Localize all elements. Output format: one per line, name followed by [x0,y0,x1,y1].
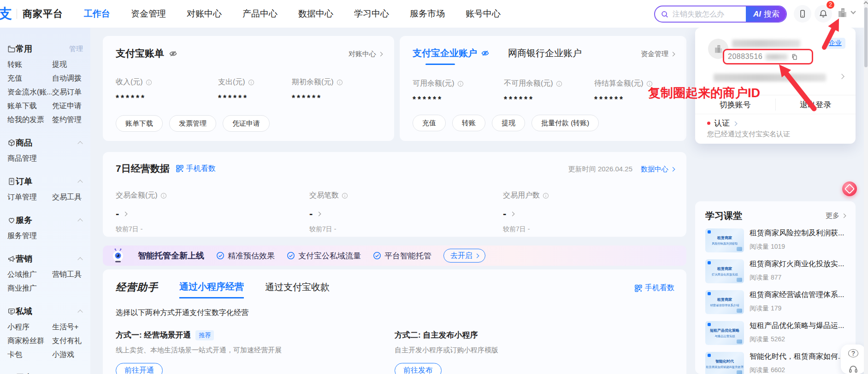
scroll-up-arrow-icon[interactable] [864,1,868,6]
sidebar-item[interactable]: 小游戏 [52,350,86,360]
sidebar-item[interactable]: 提现 [52,60,86,70]
chevron-up-icon[interactable] [77,180,83,185]
account-tab-1[interactable]: 网商银行企业账户 [508,47,582,59]
action-button[interactable]: 转账 [452,115,485,131]
nav-item-0[interactable]: 工作台 [84,8,110,20]
chevron-up-icon[interactable] [77,257,83,262]
learning-item-0[interactable]: 租赁商家风险控制及利润获取租赁商家风险控制及利润获...阅读量 1019 [705,228,845,252]
merchant-id-field[interactable]: 20883516 [723,49,813,64]
metric-value[interactable]: - [309,208,503,220]
action-button[interactable]: 提现 [492,115,525,131]
metric-value[interactable]: - [116,208,309,220]
scrollbar-thumb[interactable] [864,7,868,67]
info-icon[interactable] [457,81,464,87]
assistant-tab-0[interactable]: 通过小程序经营 [179,280,244,298]
sidebar-item[interactable]: 账单下载 [7,101,52,111]
search-input[interactable] [673,10,747,18]
option-go-button[interactable]: 前往开通 [116,363,163,374]
reconciliation-center-link[interactable]: 对账中心 [348,50,382,58]
course-info: 租赁商家经营诚信管理体系...阅读量 179 [750,290,844,314]
sidebar-item[interactable]: 卡包 [7,350,52,360]
sidebar-item[interactable]: 商业推广 [7,284,52,293]
sidebar-item[interactable]: 营销工具 [52,270,86,280]
fund-management-link[interactable]: 资金管理 [641,50,674,58]
copy-icon[interactable] [791,53,798,60]
assistant-phone-view-link[interactable]: 手机看数 [635,283,674,293]
learning-more-link[interactable]: 更多 [826,211,845,220]
help-question-icon[interactable]: ? [848,349,858,357]
assistant-tab-1[interactable]: 通过支付宝收款 [265,281,330,294]
action-button[interactable]: 账单下载 [116,115,163,132]
sidebar-item[interactable]: 充值 [7,74,52,83]
data-center-link[interactable]: 数据中心 [641,165,674,174]
learning-item-3[interactable]: 短租产品优化策略与爆品运营实战短租产品优化策略与爆品运...阅读量 5262 [705,321,845,345]
info-icon[interactable] [146,79,152,86]
banner-open-button[interactable]: 去开启 [443,249,485,263]
action-button[interactable]: 凭证申请 [223,115,270,132]
learning-item-2[interactable]: 租赁商家经营诚信管理体系介绍租赁商家经营诚信管理体系...阅读量 179 [705,290,845,314]
sidebar-item[interactable]: 公域推广 [7,270,52,280]
nav-item-2[interactable]: 对账中心 [187,8,222,20]
brand[interactable]: 支 商家平台 [2,0,63,28]
enterprise-badge[interactable]: 企业 [825,38,845,49]
action-button[interactable]: 充值 [413,115,446,131]
sidebar-item[interactable]: 交易订单 [52,88,86,97]
profile-action-1[interactable]: 退出登录 [776,95,856,114]
action-button[interactable]: 批量付款 (转账) [531,115,599,131]
customer-service-headset-icon[interactable] [848,364,858,374]
metric-value[interactable]: - [503,208,641,220]
eye-off-icon[interactable] [481,49,490,58]
info-icon[interactable] [556,81,562,87]
mobile-app-button[interactable] [794,5,811,23]
sidebar-item[interactable]: 商家粉丝群 [7,336,52,346]
info-icon[interactable] [160,193,167,199]
sidebar-item[interactable]: 商品管理 [7,154,52,164]
info-icon[interactable] [543,193,549,199]
metric-label-text: 收入(元) [116,77,143,87]
sidebar-item[interactable]: 订单管理 [7,193,52,202]
sidebar-item[interactable]: 小程序 [7,322,52,332]
sidebar-item[interactable]: 生活号+ [52,322,86,332]
sidebar-item[interactable]: 给我的发票 [7,115,52,125]
sidebar-item[interactable]: 资金流水(账... [7,88,52,97]
sidebar-item[interactable]: 交易工具 [52,193,86,202]
learning-item-1[interactable]: 租赁商家灯火商业化投放实战租赁商家灯火商业化投放实...阅读量 877 [705,259,845,283]
chevron-up-icon[interactable] [77,218,83,223]
info-icon[interactable] [248,79,254,86]
qr-code-icon [635,285,642,292]
nav-item-5[interactable]: 学习中心 [354,8,389,20]
chevron-up-icon[interactable] [77,310,83,315]
action-button[interactable]: 发票管理 [169,115,216,132]
account-avatar-button[interactable] [835,6,855,19]
sidebar-manage-link[interactable]: 管理 [69,45,83,53]
nav-item-1[interactable]: 资金管理 [131,8,166,20]
phone-view-link[interactable]: 手机看数 [176,164,216,174]
nav-item-7[interactable]: 账号中心 [466,8,501,20]
ai-search-button[interactable]: AI 搜索 [746,6,787,23]
page-scrollbar[interactable] [864,0,868,374]
certification-link[interactable]: 认证 [707,118,737,129]
info-icon[interactable] [342,193,348,199]
nav-item-4[interactable]: 数据中心 [298,8,333,20]
info-icon[interactable] [337,79,343,86]
search-bar[interactable]: AI 搜索 [654,6,787,23]
sidebar-item[interactable]: 签约管理 [52,115,86,125]
business-assistant-card: 经营助手 通过小程序经营通过支付宝收款 手机看数 选择以下两种方式开通支付宝数字… [103,269,686,374]
promo-float-icon[interactable] [842,181,857,196]
sidebar-item[interactable]: 自动调拨 [52,74,86,83]
sidebar-section-title: 订单 [16,176,32,187]
chevron-up-icon[interactable] [77,141,83,146]
sidebar-item[interactable]: 转账 [7,60,52,70]
sidebar-item[interactable]: 凭证申请 [52,101,86,111]
option-go-button[interactable]: 前往发布 [395,363,442,374]
account-tab-0[interactable]: 支付宝企业账户 [413,47,490,59]
nav-item-6[interactable]: 服务市场 [410,8,445,20]
learning-item-4[interactable]: 智能化时代租赁商家如何赋能AI提升效率智能化时代，租赁商家如何...阅读量 66… [705,352,845,374]
nav-item-3[interactable]: 产品中心 [242,8,278,20]
sidebar-section-title: 私域 [16,306,32,317]
sidebar-item[interactable]: 支付有礼 [52,336,86,346]
sidebar-item[interactable]: 服务管理 [7,231,52,241]
chevron-right-icon[interactable] [839,74,844,79]
eye-off-icon[interactable] [169,49,177,58]
assistant-title: 经营助手 [116,280,158,294]
